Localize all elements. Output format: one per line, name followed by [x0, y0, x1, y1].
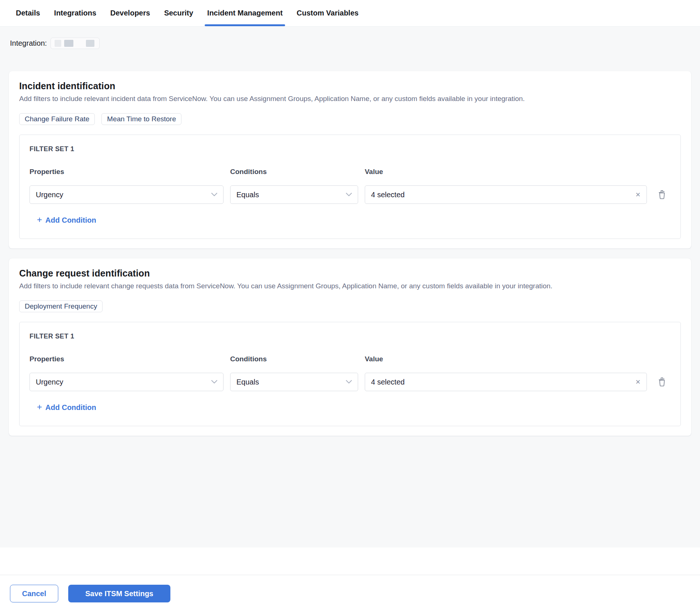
pill-deployment-frequency[interactable]: Deployment Frequency	[19, 300, 103, 312]
add-condition-label: Add Condition	[45, 403, 96, 412]
add-condition-label: Add Condition	[45, 216, 96, 225]
properties-dropdown-value: Urgency	[36, 378, 208, 386]
conditions-column-label: Conditions	[230, 355, 358, 363]
chevron-down-icon	[346, 380, 352, 384]
card-title: Incident identification	[19, 81, 681, 91]
clear-selection-icon[interactable]: ✕	[635, 379, 641, 385]
metric-pills: Deployment Frequency	[19, 300, 681, 312]
conditions-dropdown-value: Equals	[236, 378, 343, 386]
properties-column-label: Properties	[30, 355, 223, 363]
trash-icon	[658, 190, 666, 199]
properties-dropdown[interactable]: Urgency	[30, 185, 223, 204]
add-condition-button[interactable]: + Add Condition	[37, 216, 96, 225]
filter-set-title: FILTER SET 1	[30, 145, 670, 153]
add-condition-button[interactable]: + Add Condition	[37, 403, 96, 412]
clear-selection-icon[interactable]: ✕	[635, 192, 641, 198]
tab-custom-variables[interactable]: Custom Variables	[297, 0, 358, 26]
plus-icon: +	[37, 403, 42, 411]
metric-pills: Change Failure Rate Mean Time to Restore	[19, 113, 681, 125]
filter-grid: Properties Conditions Value Urgency Equa…	[30, 355, 670, 391]
footer-spacer	[0, 547, 700, 575]
delete-filter-row-button[interactable]	[654, 190, 670, 199]
filter-set: FILTER SET 1 Properties Conditions Value…	[19, 135, 681, 239]
value-multiselect[interactable]: 4 selected ✕	[365, 373, 647, 391]
value-multiselect-text: 4 selected	[371, 191, 632, 199]
value-multiselect-text: 4 selected	[371, 378, 632, 386]
pill-change-failure-rate[interactable]: Change Failure Rate	[19, 113, 95, 125]
tab-details[interactable]: Details	[16, 0, 40, 26]
pill-mean-time-to-restore[interactable]: Mean Time to Restore	[101, 113, 181, 125]
filter-set-title: FILTER SET 1	[30, 333, 670, 340]
properties-dropdown-value: Urgency	[36, 191, 208, 199]
conditions-dropdown[interactable]: Equals	[230, 185, 358, 204]
integration-row: Integration:	[10, 27, 691, 49]
redacted-text	[86, 40, 94, 47]
plus-icon: +	[37, 215, 42, 224]
content-area: Integration: Incident identification Add…	[0, 27, 700, 547]
filter-grid: Properties Conditions Value Urgency Equa…	[30, 168, 670, 204]
value-multiselect[interactable]: 4 selected ✕	[365, 185, 647, 204]
incident-identification-card: Incident identification Add filters to i…	[9, 71, 691, 248]
conditions-dropdown-value: Equals	[236, 191, 343, 199]
properties-column-label: Properties	[30, 168, 223, 176]
change-request-identification-card: Change request identification Add filter…	[9, 258, 691, 436]
value-column-label: Value	[365, 355, 647, 363]
tab-integrations[interactable]: Integrations	[54, 0, 96, 26]
conditions-dropdown[interactable]: Equals	[230, 373, 358, 391]
integration-value-badge	[51, 38, 100, 49]
cancel-button[interactable]: Cancel	[10, 585, 58, 602]
integration-label: Integration:	[10, 39, 47, 48]
tab-incident-management[interactable]: Incident Management	[207, 0, 283, 26]
tab-security[interactable]: Security	[164, 0, 193, 26]
card-description: Add filters to include relevant change r…	[19, 282, 681, 290]
card-description: Add filters to include relevant incident…	[19, 95, 681, 103]
trash-icon	[658, 378, 666, 386]
redacted-text	[64, 40, 73, 47]
filter-set: FILTER SET 1 Properties Conditions Value…	[19, 322, 681, 426]
tab-developers[interactable]: Developers	[110, 0, 150, 26]
properties-dropdown[interactable]: Urgency	[30, 373, 223, 391]
card-title: Change request identification	[19, 268, 681, 279]
conditions-column-label: Conditions	[230, 168, 358, 176]
tab-bar: Details Integrations Developers Security…	[0, 0, 700, 27]
value-column-label: Value	[365, 168, 647, 176]
redacted-text	[55, 40, 61, 47]
chevron-down-icon	[211, 193, 217, 197]
delete-filter-row-button[interactable]	[654, 378, 670, 386]
chevron-down-icon	[211, 380, 217, 384]
chevron-down-icon	[346, 193, 352, 197]
save-itsm-settings-button[interactable]: Save ITSM Settings	[68, 585, 170, 602]
footer-actions: Cancel Save ITSM Settings	[0, 575, 700, 612]
